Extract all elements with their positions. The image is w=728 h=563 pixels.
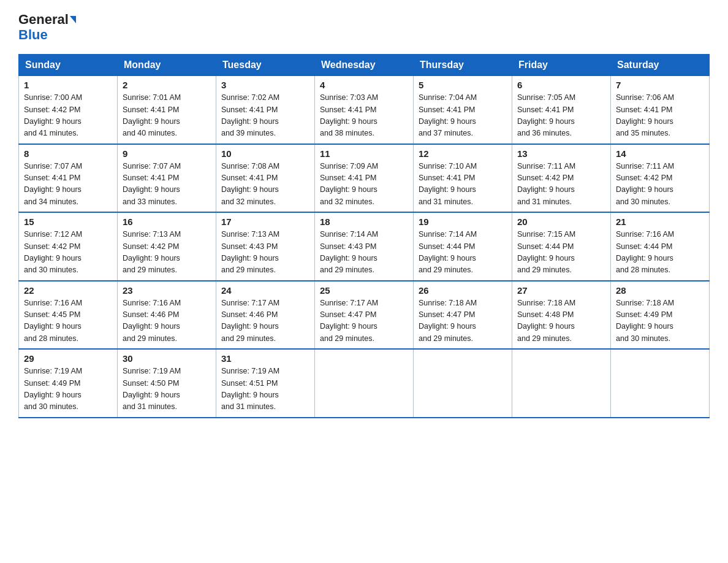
calendar-cell: 28Sunrise: 7:18 AMSunset: 4:49 PMDayligh… [611, 281, 710, 350]
day-number: 31 [221, 353, 309, 364]
calendar-table: SundayMondayTuesdayWednesdayThursdayFrid… [18, 54, 710, 418]
calendar-cell: 6Sunrise: 7:05 AMSunset: 4:41 PMDaylight… [512, 76, 611, 144]
calendar-cell: 25Sunrise: 7:17 AMSunset: 4:47 PMDayligh… [315, 281, 414, 350]
calendar-cell: 1Sunrise: 7:00 AMSunset: 4:42 PMDaylight… [19, 76, 118, 144]
calendar-cell [414, 349, 512, 418]
day-number: 20 [517, 216, 605, 227]
calendar-cell: 21Sunrise: 7:16 AMSunset: 4:44 PMDayligh… [611, 212, 710, 281]
day-info: Sunrise: 7:17 AMSunset: 4:46 PMDaylight:… [221, 297, 309, 345]
day-info: Sunrise: 7:08 AMSunset: 4:41 PMDaylight:… [221, 161, 309, 209]
logo-general: General [18, 12, 69, 27]
day-number: 7 [616, 80, 704, 90]
weekday-header-thursday: Thursday [414, 55, 512, 76]
day-number: 9 [123, 148, 211, 159]
day-info: Sunrise: 7:05 AMSunset: 4:41 PMDaylight:… [517, 92, 605, 140]
day-info: Sunrise: 7:16 AMSunset: 4:44 PMDaylight:… [616, 229, 704, 277]
day-info: Sunrise: 7:18 AMSunset: 4:48 PMDaylight:… [517, 297, 605, 345]
day-number: 27 [517, 285, 605, 296]
day-number: 25 [320, 285, 408, 296]
week-row-3: 15Sunrise: 7:12 AMSunset: 4:42 PMDayligh… [19, 212, 710, 281]
day-number: 21 [616, 216, 704, 227]
calendar-cell: 27Sunrise: 7:18 AMSunset: 4:48 PMDayligh… [512, 281, 611, 350]
calendar-cell: 26Sunrise: 7:18 AMSunset: 4:47 PMDayligh… [414, 281, 512, 350]
day-number: 13 [517, 148, 605, 159]
weekday-header-saturday: Saturday [611, 55, 710, 76]
day-number: 8 [24, 148, 112, 159]
calendar-cell: 11Sunrise: 7:09 AMSunset: 4:41 PMDayligh… [315, 144, 414, 213]
day-info: Sunrise: 7:02 AMSunset: 4:41 PMDaylight:… [221, 92, 309, 140]
day-number: 2 [123, 80, 211, 90]
day-info: Sunrise: 7:13 AMSunset: 4:43 PMDaylight:… [221, 229, 309, 277]
day-info: Sunrise: 7:19 AMSunset: 4:51 PMDaylight:… [221, 366, 309, 413]
day-info: Sunrise: 7:15 AMSunset: 4:44 PMDaylight:… [517, 229, 605, 277]
day-number: 15 [24, 216, 112, 227]
day-number: 3 [221, 80, 309, 90]
day-info: Sunrise: 7:00 AMSunset: 4:42 PMDaylight:… [24, 92, 112, 140]
calendar-cell: 23Sunrise: 7:16 AMSunset: 4:46 PMDayligh… [118, 281, 216, 350]
day-info: Sunrise: 7:18 AMSunset: 4:47 PMDaylight:… [419, 297, 507, 345]
week-row-2: 8Sunrise: 7:07 AMSunset: 4:41 PMDaylight… [19, 144, 710, 213]
calendar-cell: 14Sunrise: 7:11 AMSunset: 4:42 PMDayligh… [611, 144, 710, 213]
calendar-cell: 24Sunrise: 7:17 AMSunset: 4:46 PMDayligh… [216, 281, 315, 350]
calendar-cell: 18Sunrise: 7:14 AMSunset: 4:43 PMDayligh… [315, 212, 414, 281]
calendar-cell: 12Sunrise: 7:10 AMSunset: 4:41 PMDayligh… [414, 144, 512, 213]
day-number: 19 [419, 216, 507, 227]
day-info: Sunrise: 7:04 AMSunset: 4:41 PMDaylight:… [419, 92, 507, 140]
day-info: Sunrise: 7:16 AMSunset: 4:45 PMDaylight:… [24, 297, 112, 345]
calendar-cell: 3Sunrise: 7:02 AMSunset: 4:41 PMDaylight… [216, 76, 315, 144]
week-row-1: 1Sunrise: 7:00 AMSunset: 4:42 PMDaylight… [19, 76, 710, 144]
day-number: 24 [221, 285, 309, 296]
day-number: 26 [419, 285, 507, 296]
calendar-cell: 2Sunrise: 7:01 AMSunset: 4:41 PMDaylight… [118, 76, 216, 144]
calendar-cell [611, 349, 710, 418]
calendar-cell: 10Sunrise: 7:08 AMSunset: 4:41 PMDayligh… [216, 144, 315, 213]
calendar-cell: 30Sunrise: 7:19 AMSunset: 4:50 PMDayligh… [118, 349, 216, 418]
calendar-cell: 31Sunrise: 7:19 AMSunset: 4:51 PMDayligh… [216, 349, 315, 418]
day-number: 14 [616, 148, 704, 159]
day-info: Sunrise: 7:19 AMSunset: 4:50 PMDaylight:… [123, 366, 211, 413]
day-info: Sunrise: 7:06 AMSunset: 4:41 PMDaylight:… [616, 92, 704, 140]
day-info: Sunrise: 7:03 AMSunset: 4:41 PMDaylight:… [320, 92, 408, 140]
calendar-cell: 4Sunrise: 7:03 AMSunset: 4:41 PMDaylight… [315, 76, 414, 144]
weekday-header-row: SundayMondayTuesdayWednesdayThursdayFrid… [19, 55, 710, 76]
day-info: Sunrise: 7:11 AMSunset: 4:42 PMDaylight:… [616, 161, 704, 209]
day-info: Sunrise: 7:17 AMSunset: 4:47 PMDaylight:… [320, 297, 408, 345]
logo: General Blue [18, 12, 76, 43]
calendar-cell [512, 349, 611, 418]
day-info: Sunrise: 7:12 AMSunset: 4:42 PMDaylight:… [24, 229, 112, 277]
weekday-header-monday: Monday [118, 55, 216, 76]
day-number: 29 [24, 353, 112, 364]
day-number: 23 [123, 285, 211, 296]
logo-arrow-icon [70, 16, 76, 23]
weekday-header-friday: Friday [512, 55, 611, 76]
day-number: 17 [221, 216, 309, 227]
calendar-cell: 17Sunrise: 7:13 AMSunset: 4:43 PMDayligh… [216, 212, 315, 281]
day-number: 16 [123, 216, 211, 227]
day-number: 12 [419, 148, 507, 159]
calendar-cell: 8Sunrise: 7:07 AMSunset: 4:41 PMDaylight… [19, 144, 118, 213]
calendar-cell: 20Sunrise: 7:15 AMSunset: 4:44 PMDayligh… [512, 212, 611, 281]
weekday-header-wednesday: Wednesday [315, 55, 414, 76]
day-number: 10 [221, 148, 309, 159]
day-info: Sunrise: 7:16 AMSunset: 4:46 PMDaylight:… [123, 297, 211, 345]
day-number: 18 [320, 216, 408, 227]
day-info: Sunrise: 7:01 AMSunset: 4:41 PMDaylight:… [123, 92, 211, 140]
calendar-cell: 29Sunrise: 7:19 AMSunset: 4:49 PMDayligh… [19, 349, 118, 418]
day-number: 28 [616, 285, 704, 296]
weekday-header-tuesday: Tuesday [216, 55, 315, 76]
day-number: 22 [24, 285, 112, 296]
day-info: Sunrise: 7:14 AMSunset: 4:43 PMDaylight:… [320, 229, 408, 277]
day-info: Sunrise: 7:13 AMSunset: 4:42 PMDaylight:… [123, 229, 211, 277]
calendar-cell: 22Sunrise: 7:16 AMSunset: 4:45 PMDayligh… [19, 281, 118, 350]
logo-blue: Blue [18, 27, 48, 43]
calendar-cell: 5Sunrise: 7:04 AMSunset: 4:41 PMDaylight… [414, 76, 512, 144]
day-info: Sunrise: 7:18 AMSunset: 4:49 PMDaylight:… [616, 297, 704, 345]
week-row-5: 29Sunrise: 7:19 AMSunset: 4:49 PMDayligh… [19, 349, 710, 418]
day-info: Sunrise: 7:19 AMSunset: 4:49 PMDaylight:… [24, 366, 112, 413]
day-info: Sunrise: 7:10 AMSunset: 4:41 PMDaylight:… [419, 161, 507, 209]
calendar-cell: 16Sunrise: 7:13 AMSunset: 4:42 PMDayligh… [118, 212, 216, 281]
day-number: 6 [517, 80, 605, 90]
week-row-4: 22Sunrise: 7:16 AMSunset: 4:45 PMDayligh… [19, 281, 710, 350]
day-info: Sunrise: 7:07 AMSunset: 4:41 PMDaylight:… [123, 161, 211, 209]
day-number: 1 [24, 80, 112, 90]
